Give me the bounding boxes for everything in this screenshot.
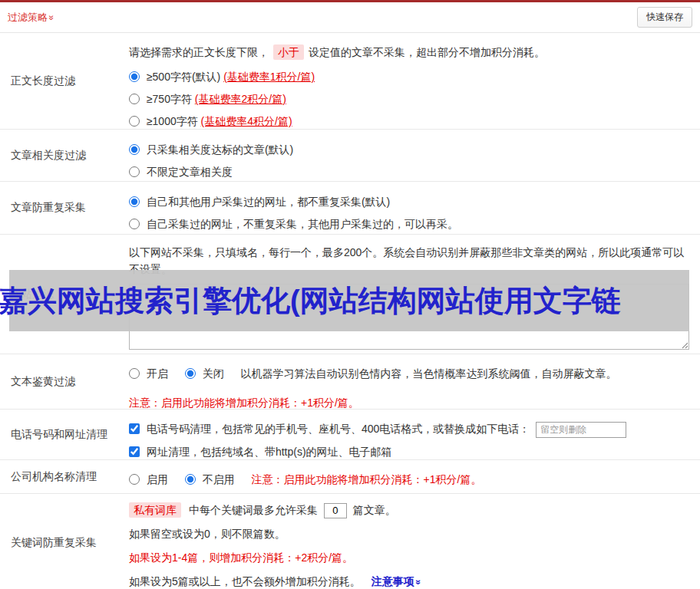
row-dedup-filter: 文章防重复采集 自己和其他用户采集过的网址，都不重复采集(默认) 自己采集过的网… [0,182,700,235]
length-500-radio[interactable] [129,71,140,82]
relevance-filter-label: 文章相关度过滤 [0,130,129,181]
relevance-any-radio[interactable] [129,166,140,177]
porn-filter-note: 注意：启用此功能将增加积分消耗：+1积分/篇。 [129,394,689,411]
relevance-option-strict[interactable]: 只采集相关度达标的文章(默认) [129,140,689,160]
watermark-overlay: 嘉兴网站搜索引擎优化(网站结构网站使用文字链 [9,270,689,331]
intro-prefix: 请选择需求的正文长度下限， [129,46,269,58]
porn-on-option[interactable]: 开启 [129,367,171,380]
article-count-input[interactable] [324,503,347,518]
notice-link[interactable]: 注意事项» [371,575,421,587]
keyword-note-five: 如果设为5篇或以上，也不会额外增加积分消耗。 注意事项» [129,573,689,589]
quick-save-button[interactable]: 快速保存 [637,7,692,28]
length-option-500[interactable]: ≥500字符(默认) (基础费率1积分/篇) [129,67,689,87]
length-1000-fee: (基础费率4积分/篇) [201,115,292,127]
url-cleanup-label: 网址清理，包括纯域名、带http(s)的网址、电子邮箱 [147,446,392,458]
url-cleanup-checkbox[interactable] [129,446,140,457]
row-length-filter: 正文长度过滤 请选择需求的正文长度下限，小于设定值的文章不采集，超出部分不增加积… [0,33,700,130]
notice-chevron-icon: » [410,580,427,585]
relevance-strict-radio[interactable] [129,144,140,155]
row-company-cleanup: 公司机构名称清理 启用 不启用 注意：启用此功能将增加积分消耗：+1积分/篇。 [0,460,700,494]
relevance-strict-label: 只采集相关度达标的文章(默认) [147,143,293,156]
row-phone-url-cleanup: 电话号码和网址清理 电话号码清理，包括常见的手机号、座机号、400电话格式，或替… [0,410,700,460]
length-500-fee: (基础费率1积分/篇) [223,71,315,83]
page-title[interactable]: 过滤策略» [8,11,54,25]
porn-off-option[interactable]: 关闭 [185,367,227,380]
porn-off-radio[interactable] [185,368,196,379]
chevron-down-icon: » [46,15,57,20]
phone-url-label: 电话号码和网址清理 [0,410,129,459]
keyword-limit-text: 中每个关键词最多允许采集 [189,504,318,516]
company-cleanup-note: 注意：启用此功能将增加积分消耗：+1积分/篇。 [252,473,482,485]
row-site-filter: 网站过滤 以下网站不采集，只填域名，每行一个，最多200个。系统会自动识别并屏蔽… [0,235,700,354]
url-cleanup-option[interactable]: 网址清理，包括纯域名、带http(s)的网址、电子邮箱 [129,446,392,458]
row-keyword-dedup: 关键词防重复采集 私有词库 中每个关键词最多允许采集 篇文章。 如果留空或设为0… [0,494,700,589]
porn-off-label: 关闭 [203,367,224,380]
length-option-750[interactable]: ≥750字符 (基础费率2积分/篇) [129,89,689,109]
length-option-1000[interactable]: ≥1000字符 (基础费率4积分/篇) [129,111,689,131]
filter-settings-table: 正文长度过滤 请选择需求的正文长度下限，小于设定值的文章不采集，超出部分不增加积… [0,33,700,589]
company-on-label: 启用 [147,473,168,485]
company-off-option[interactable]: 不启用 [185,473,238,485]
dedup-global-radio[interactable] [129,196,140,207]
keyword-note-five-text: 如果设为5篇或以上，也不会额外增加积分消耗。 [129,575,361,587]
porn-on-radio[interactable] [129,368,140,379]
intro-suffix: 设定值的文章不采集，超出部分不增加积分消耗。 [309,46,545,58]
watermark-text: 嘉兴网站搜索引擎优化(网站结构网站使用文字链 [0,281,621,321]
length-1000-label: ≥1000字符 [147,115,201,127]
company-off-label: 不启用 [203,473,235,485]
dedup-self-radio[interactable] [129,219,140,229]
keyword-dedup-label: 关键词防重复采集 [0,494,129,589]
porn-on-label: 开启 [147,367,168,380]
porn-filter-description: 以机器学习算法自动识别色情内容，当色情概率达到系统阈值，自动屏蔽文章。 [241,367,617,380]
company-on-radio[interactable] [129,474,140,485]
phone-cleanup-label: 电话号码清理，包括常见的手机号、座机号、400电话格式，或替换成如下电话： [147,423,530,435]
relevance-any-label: 不限定文章相关度 [147,166,233,178]
dedup-global-label: 自己和其他用户采集过的网址，都不重复采集(默认) [147,196,390,208]
row-relevance-filter: 文章相关度过滤 只采集相关度达标的文章(默认) 不限定文章相关度 [0,130,700,182]
keyword-limit-suffix: 篇文章。 [353,504,396,516]
row-porn-filter: 文本鉴黄过滤 开启 关闭 以机器学习算法自动识别色情内容，当色情概率达到系统阈值… [0,354,700,410]
filter-strategy-page: { "header": { "title": "过滤策略", "chevron"… [0,0,700,589]
phone-cleanup-checkbox[interactable] [129,423,140,434]
relevance-option-any[interactable]: 不限定文章相关度 [129,162,689,182]
dedup-option-global[interactable]: 自己和其他用户采集过的网址，都不重复采集(默认) [129,192,689,212]
phone-cleanup-option[interactable]: 电话号码清理，包括常见的手机号、座机号、400电话格式，或替换成如下电话： [129,423,533,435]
dedup-self-label: 自己采集过的网址，不重复采集，其他用户采集过的，可以再采。 [147,218,458,230]
length-500-label: ≥500字符(默认) [147,71,223,83]
company-cleanup-label: 公司机构名称清理 [0,460,129,493]
dedup-filter-label: 文章防重复采集 [0,182,129,234]
less-than-badge: 小于 [273,44,304,60]
length-750-fee: (基础费率2积分/篇) [195,93,286,105]
company-on-option[interactable]: 启用 [129,473,171,485]
keyword-note-cost: 如果设为1-4篇，则增加积分消耗：+2积分/篇。 [129,549,689,566]
header: 过滤策略» 快速保存 [0,2,700,33]
page-title-text: 过滤策略 [8,12,48,23]
length-750-radio[interactable] [129,94,140,104]
porn-filter-label: 文本鉴黄过滤 [0,354,129,409]
length-750-label: ≥750字符 [147,93,195,105]
keyword-limit-line: 私有词库 中每个关键词最多允许采集 篇文章。 [129,502,689,518]
length-filter-intro: 请选择需求的正文长度下限，小于设定值的文章不采集，超出部分不增加积分消耗。 [129,44,689,61]
replacement-phone-input[interactable] [536,422,626,438]
keyword-note-unlimited: 如果留空或设为0，则不限篇数。 [129,525,689,542]
length-1000-radio[interactable] [129,116,140,127]
dedup-option-self[interactable]: 自己采集过的网址，不重复采集，其他用户采集过的，可以再采。 [129,214,689,234]
private-thesaurus-badge: 私有词库 [129,502,181,518]
length-filter-label: 正文长度过滤 [0,33,129,129]
company-off-radio[interactable] [185,474,196,485]
